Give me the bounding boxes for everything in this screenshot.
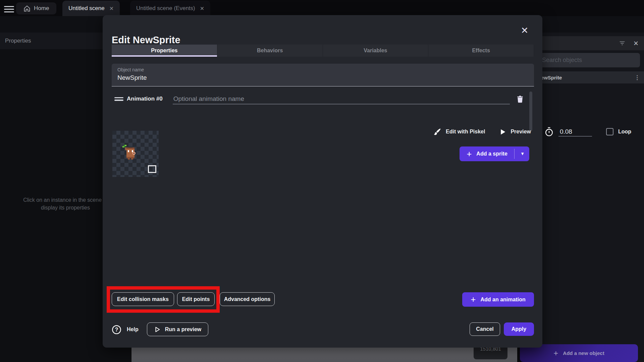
edit-sprite-dialog: Edit NewSprite ✕ Properties Behaviors Va… [103, 15, 542, 348]
filter-icon[interactable] [619, 40, 626, 47]
play-icon [499, 128, 506, 136]
dialog-close-icon[interactable]: ✕ [518, 24, 531, 37]
loop-checkbox[interactable] [606, 128, 613, 135]
add-animation-label: Add an animation [480, 297, 525, 303]
animation-name-input[interactable] [173, 94, 510, 104]
sprite-frame-thumbnail[interactable] [112, 131, 159, 177]
plus-icon: + [553, 349, 558, 358]
timer-icon [544, 127, 554, 137]
tab-label: Untitled scene (Events) [136, 5, 195, 12]
add-new-object-label: Add a new object [563, 350, 604, 356]
loop-label: Loop [618, 129, 631, 135]
paintbrush-icon [433, 128, 441, 136]
edit-collision-masks-button[interactable]: Edit collision masks [112, 292, 174, 306]
svg-text:?: ? [115, 326, 118, 332]
object-list-item-newsprite[interactable]: NewSprite ⋮ [535, 71, 644, 83]
run-preview-button[interactable]: Run a preview [147, 322, 208, 336]
frame-select-checkbox[interactable] [148, 165, 156, 173]
add-animation-button[interactable]: + Add an animation [462, 292, 534, 307]
close-tab-icon[interactable]: ✕ [109, 5, 114, 12]
dialog-scrollbar[interactable] [529, 92, 532, 131]
properties-panel-title: Properties [5, 38, 31, 44]
tab-effects[interactable]: Effects [428, 45, 534, 57]
top-tab-bar: Home Untitled scene ✕ Untitled scene (Ev… [0, 0, 644, 16]
tab-properties[interactable]: Properties [112, 45, 217, 57]
objects-panel-header: ✕ [535, 36, 644, 50]
edit-points-button[interactable]: Edit points [177, 292, 215, 306]
tab-untitled-scene[interactable]: Untitled scene ✕ [62, 1, 120, 16]
hamburger-menu-icon[interactable] [4, 4, 14, 12]
play-outline-icon [154, 326, 161, 333]
object-name-input[interactable] [117, 74, 528, 81]
home-icon [23, 5, 31, 12]
search-objects-input[interactable] [537, 53, 640, 67]
plus-icon: + [471, 294, 476, 305]
add-sprite-button[interactable]: + Add a sprite ▼ [460, 146, 529, 161]
sprite-pig-image [120, 142, 141, 164]
tab-label: Untitled scene [68, 5, 105, 12]
close-tab-icon[interactable]: ✕ [200, 5, 204, 12]
cancel-button[interactable]: Cancel [470, 322, 500, 336]
preview-button[interactable]: Preview [499, 128, 531, 136]
button-divider [514, 149, 515, 159]
animation-tools-row: Edit with Piskel Preview Loop [317, 126, 631, 138]
delete-animation-icon[interactable] [516, 95, 524, 104]
tab-variables[interactable]: Variables [323, 45, 429, 57]
add-sprite-label: Add a sprite [476, 151, 507, 157]
animation-row: Animation #0 [112, 92, 534, 106]
tab-home-label: Home [34, 5, 49, 12]
plus-icon: + [467, 149, 472, 159]
tab-behaviors[interactable]: Behaviors [217, 45, 323, 57]
apply-button[interactable]: Apply [504, 322, 534, 336]
drag-handle-icon[interactable] [114, 96, 123, 102]
edit-with-piskel-button[interactable]: Edit with Piskel [433, 128, 485, 136]
tab-home[interactable]: Home [16, 2, 56, 14]
help-button[interactable]: ? Help [112, 322, 139, 337]
object-name-label: Object name [117, 67, 528, 72]
object-menu-icon[interactable]: ⋮ [634, 74, 640, 81]
close-panel-icon[interactable]: ✕ [633, 40, 639, 47]
chevron-down-icon[interactable]: ▼ [520, 151, 525, 156]
help-label: Help [127, 326, 139, 333]
animation-label: Animation #0 [127, 96, 163, 102]
dialog-title: Edit NewSprite [112, 35, 180, 46]
help-icon: ? [112, 325, 121, 335]
object-name-field[interactable]: Object name [112, 64, 534, 86]
time-between-frames-input[interactable] [558, 127, 592, 136]
dialog-tabs: Properties Behaviors Variables Effects [112, 45, 534, 57]
advanced-options-button[interactable]: Advanced options [220, 292, 275, 306]
tab-untitled-scene-events[interactable]: Untitled scene (Events) ✕ [130, 1, 210, 16]
